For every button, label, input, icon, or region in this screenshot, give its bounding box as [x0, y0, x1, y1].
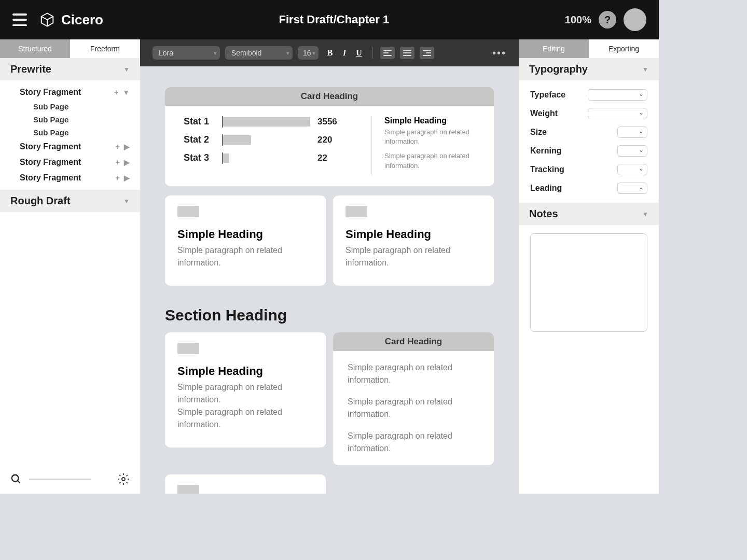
chevron-right-icon[interactable]: ▶	[124, 158, 130, 166]
section-rough-draft[interactable]: Rough Draft ▼	[0, 190, 140, 212]
menu-icon[interactable]	[12, 13, 27, 26]
typo-label: Kerning	[530, 146, 561, 156]
tab-exporting[interactable]: Exporting	[589, 39, 659, 58]
format-toolbar: Lora Semibold 16 B I U •••	[140, 39, 519, 66]
content-card[interactable]: Simple Heading	[165, 474, 326, 494]
image-placeholder	[177, 485, 199, 494]
section-title: Rough Draft	[10, 195, 71, 207]
paragraph: Simple paragraph on related information.	[348, 430, 479, 455]
section-prewrite[interactable]: Prewrite ▼	[0, 58, 140, 80]
card-heading: Card Heading	[333, 332, 494, 351]
card-heading: Card Heading	[165, 87, 494, 106]
svg-line-1	[18, 481, 20, 483]
story-fragment[interactable]: Story Fragment+▼	[0, 85, 140, 100]
chevron-down-icon: ▼	[642, 66, 648, 73]
sub-page[interactable]: Sub Page	[0, 100, 140, 113]
underline-button[interactable]: U	[353, 47, 365, 59]
cube-icon	[39, 12, 55, 27]
chevron-down-icon: ▼	[123, 66, 130, 73]
tab-structured[interactable]: Structured	[0, 39, 70, 58]
bold-button[interactable]: B	[324, 47, 336, 59]
chevron-down-icon: ▼	[123, 198, 130, 205]
section-title: Prewrite	[10, 63, 51, 75]
image-placeholder	[345, 206, 367, 217]
tab-freeform[interactable]: Freeform	[70, 39, 140, 58]
tab-editing[interactable]: Editing	[519, 39, 589, 58]
paragraph: Simple paragraph on related information.	[345, 244, 481, 269]
sub-page[interactable]: Sub Page	[0, 126, 140, 139]
chevron-right-icon[interactable]: ▶	[124, 143, 130, 151]
paragraph: Simple paragraph on related information.	[348, 396, 479, 421]
add-icon[interactable]: +	[116, 158, 120, 166]
simple-heading: Simple Heading	[384, 116, 475, 125]
panel-notes[interactable]: Notes ▼	[519, 203, 659, 225]
weight-select[interactable]	[588, 108, 647, 119]
align-justify-button[interactable]	[400, 47, 414, 59]
paragraph: Simple paragraph on related information.	[177, 406, 313, 431]
canvas: Lora Semibold 16 B I U ••• Card Heading …	[140, 39, 519, 494]
svg-point-0	[12, 475, 19, 482]
image-placeholder	[177, 343, 199, 354]
typo-label: Tracking	[530, 165, 564, 174]
typeface-select[interactable]	[588, 89, 647, 101]
notes-textarea[interactable]	[530, 233, 647, 332]
add-icon[interactable]: +	[114, 88, 118, 96]
story-fragment[interactable]: Story Fragment+▶	[0, 170, 140, 186]
stat-row: Stat 2220	[184, 134, 371, 145]
chevron-down-icon: ▼	[642, 211, 648, 218]
top-bar: Cicero First Draft/Chapter 1 100% ?	[0, 0, 659, 39]
app-name: Cicero	[61, 12, 103, 28]
simple-heading: Simple Heading	[345, 228, 481, 241]
divider	[372, 47, 373, 59]
settings-icon[interactable]	[117, 473, 130, 485]
chevron-right-icon[interactable]: ▶	[124, 174, 130, 182]
section-heading: Section Heading	[165, 306, 494, 324]
typo-label: Typeface	[530, 90, 565, 100]
typo-label: Leading	[530, 184, 562, 193]
paragraph: Simple paragraph on related information.	[384, 151, 475, 170]
simple-heading: Simple Heading	[177, 228, 313, 241]
paragraph: Simple paragraph on related information.	[348, 361, 479, 386]
zoom-level[interactable]: 100%	[565, 14, 591, 26]
font-family-select[interactable]: Lora	[153, 46, 220, 60]
svg-point-2	[122, 478, 125, 481]
typo-label: Size	[530, 128, 547, 137]
align-left-button[interactable]	[380, 47, 395, 59]
left-sidebar: Structured Freeform Prewrite ▼ Story Fra…	[0, 39, 140, 494]
add-icon[interactable]: +	[116, 174, 120, 182]
help-button[interactable]: ?	[599, 11, 616, 29]
tree: Story Fragment+▼ Sub Page Sub Page Sub P…	[0, 80, 140, 190]
story-fragment[interactable]: Story Fragment+▶	[0, 155, 140, 170]
font-size-select[interactable]: 16	[298, 46, 319, 60]
leading-select[interactable]	[617, 183, 647, 194]
paragraph: Simple paragraph on related information.	[384, 128, 475, 146]
image-placeholder	[177, 206, 199, 217]
user-avatar[interactable]	[624, 8, 646, 31]
sub-page[interactable]: Sub Page	[0, 113, 140, 126]
size-select[interactable]	[617, 127, 647, 138]
chevron-down-icon[interactable]: ▼	[122, 88, 130, 96]
simple-heading: Simple Heading	[177, 365, 313, 378]
add-icon[interactable]: +	[116, 143, 120, 151]
search-icon[interactable]	[10, 473, 22, 485]
kerning-select[interactable]	[617, 145, 647, 157]
app-logo[interactable]: Cicero	[39, 12, 103, 28]
tracking-select[interactable]	[617, 164, 647, 175]
typo-label: Weight	[530, 109, 558, 118]
document-title[interactable]: First Draft/Chapter 1	[103, 13, 565, 26]
content-card[interactable]: Simple Heading Simple paragraph on relat…	[333, 195, 494, 286]
font-weight-select[interactable]: Semibold	[225, 46, 293, 60]
story-fragment[interactable]: Story Fragment+▶	[0, 139, 140, 155]
list-card[interactable]: Card Heading Simple paragraph on related…	[333, 332, 494, 465]
stat-row: Stat 13556	[184, 116, 371, 127]
paragraph: Simple paragraph on related information.	[177, 244, 313, 269]
content-card[interactable]: Simple Heading Simple paragraph on relat…	[165, 332, 326, 447]
content-card[interactable]: Simple Heading Simple paragraph on relat…	[165, 195, 326, 286]
search-input[interactable]	[29, 479, 91, 480]
align-right-button[interactable]	[420, 47, 434, 59]
stat-row: Stat 322	[184, 152, 371, 163]
italic-button[interactable]: I	[338, 47, 351, 59]
more-icon[interactable]: •••	[492, 47, 506, 59]
right-sidebar: Editing Exporting Typography ▼ Typeface …	[519, 39, 659, 494]
panel-typography[interactable]: Typography ▼	[519, 58, 659, 80]
